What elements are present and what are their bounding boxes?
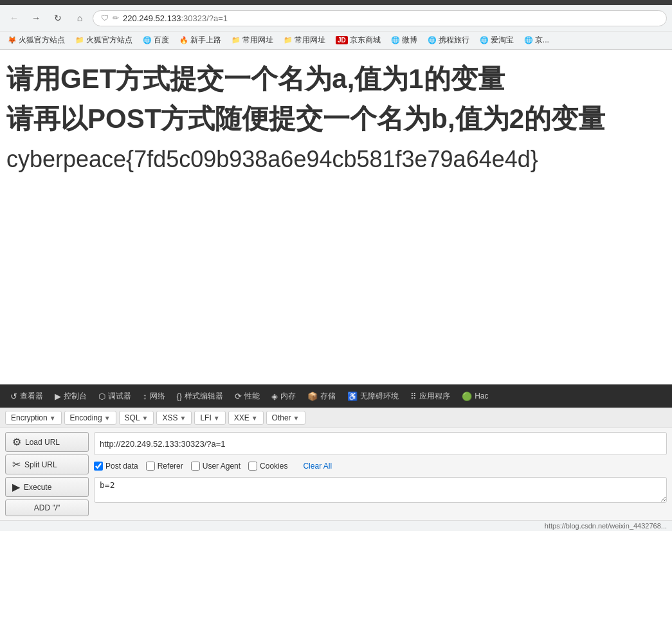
bookmark-huhu2[interactable]: 📁 火狐官方站点 (73, 33, 135, 47)
bookmark-common2[interactable]: 📁 常用网址 (281, 33, 328, 47)
bookmark-jingdong[interactable]: 🌐 京... (522, 33, 552, 47)
sql-label: SQL (125, 413, 140, 422)
execute-button[interactable]: ▶ Execute (5, 477, 89, 497)
encoding-dropdown[interactable]: Encoding ▼ (64, 411, 116, 425)
devtools-inspector[interactable]: ↺ 查看器 (5, 388, 48, 404)
referer-label: Referer (158, 462, 183, 471)
encryption-arrow: ▼ (50, 415, 56, 422)
bookmark-huhu1[interactable]: 🦊 火狐官方站点 (5, 33, 68, 47)
bookmark-label: 常用网址 (295, 35, 325, 46)
bookmark-taobao[interactable]: 🌐 爱淘宝 (477, 33, 516, 47)
xxe-label: XXE (234, 413, 250, 422)
bookmark-icon: 🌐 (391, 36, 400, 44)
post-data-checkbox-label[interactable]: Post data (94, 462, 138, 471)
browser-titlebar (0, 0, 672, 5)
devtools-applications[interactable]: ⠿ 应用程序 (405, 388, 455, 404)
devtools-bar: ↺ 查看器 ▶ 控制台 ⬡ 调试器 ↕ 网络 {} 样式编辑器 ⟳ 性能 ◈ 内… (0, 384, 672, 408)
user-agent-checkbox[interactable] (191, 462, 200, 471)
add-slash-label: ADD "/" (34, 503, 60, 512)
devtools-storage-label: 存储 (320, 391, 336, 402)
lfi-dropdown[interactable]: LFI ▼ (194, 411, 225, 425)
url-input[interactable] (94, 432, 667, 455)
devtools-hackbar-label: Hac (475, 392, 488, 401)
bookmark-label: 携程旅行 (439, 35, 469, 46)
back-button[interactable]: ← (5, 9, 23, 27)
bookmark-icon: 🔥 (179, 36, 188, 44)
browser-toolbar: ← → ↻ ⌂ 🛡 ✏ 220.249.52.133:30323/?a=1 (0, 5, 672, 32)
devtools-memory-label: 内存 (280, 391, 296, 402)
xss-dropdown[interactable]: XSS ▼ (156, 411, 192, 425)
devtools-storage[interactable]: 📦 存储 (302, 388, 341, 404)
checkboxes-row: Post data Referer User Agent Cookies Cle… (94, 459, 667, 473)
address-domain: 220.249.52.133 (123, 14, 181, 23)
performance-icon: ⟳ (235, 392, 242, 401)
devtools-inspector-label: 查看器 (20, 391, 43, 402)
split-url-label: Split URL (24, 460, 57, 469)
address-bar[interactable]: 🛡 ✏ 220.249.52.133:30323/?a=1 (93, 10, 667, 26)
encryption-dropdown[interactable]: Encryption ▼ (5, 411, 62, 425)
sql-dropdown[interactable]: SQL ▼ (119, 411, 154, 425)
bookmark-icon: JD (336, 36, 348, 44)
devtools-network[interactable]: ↕ 网络 (138, 388, 170, 404)
devtools-style-editor[interactable]: {} 样式编辑器 (172, 388, 229, 404)
user-agent-checkbox-label[interactable]: User Agent (191, 462, 241, 471)
bookmark-label: 常用网址 (242, 35, 273, 46)
devtools-performance-label: 性能 (244, 391, 260, 402)
bookmark-icon: 🌐 (480, 36, 489, 44)
post-data-label: Post data (105, 462, 138, 471)
post-data-input[interactable] (94, 477, 667, 503)
devtools-hackbar[interactable]: 🟢 Hac (457, 389, 493, 404)
referer-checkbox[interactable] (146, 462, 155, 471)
xss-arrow: ▼ (180, 415, 186, 422)
xxe-arrow: ▼ (251, 415, 258, 422)
hackbar-icon: 🟢 (462, 392, 472, 401)
devtools-console[interactable]: ▶ 控制台 (50, 388, 92, 404)
devtools-style-editor-label: 样式编辑器 (185, 391, 223, 402)
bookmark-label: 火狐官方站点 (86, 35, 132, 46)
split-url-button[interactable]: ✂ Split URL (5, 455, 89, 474)
devtools-console-label: 控制台 (64, 391, 87, 402)
content-flag: cyberpeace{7fd5c09b938a6e94cb581f3e79a64… (6, 146, 666, 173)
add-slash-button[interactable]: ADD "/" (5, 500, 89, 516)
devtools-debugger[interactable]: ⬡ 调试器 (93, 388, 136, 404)
inspector-icon: ↺ (10, 392, 17, 401)
status-url: https://blog.csdn.net/weixin_4432768... (545, 522, 667, 530)
bookmark-common1[interactable]: 📁 常用网址 (229, 33, 276, 47)
devtools-memory[interactable]: ◈ 内存 (266, 388, 301, 404)
bookmark-icon: 🦊 (8, 36, 17, 44)
referer-checkbox-label[interactable]: Referer (146, 462, 183, 471)
cookies-checkbox-label[interactable]: Cookies (248, 462, 287, 471)
bookmark-baidu[interactable]: 🌐 百度 (140, 33, 172, 47)
hackbar-panel: Encryption ▼ Encoding ▼ SQL ▼ XSS ▼ LFI … (0, 408, 672, 520)
bookmark-icon: 📁 (75, 36, 84, 44)
post-data-checkbox[interactable] (94, 462, 103, 471)
hackbar-buttons: ⚙ Load URL ✂ Split URL ▶ Execute ADD "/" (5, 432, 89, 516)
encoding-label: Encoding (70, 413, 102, 422)
applications-icon: ⠿ (410, 392, 417, 401)
devtools-debugger-label: 调试器 (108, 391, 131, 402)
reload-button[interactable]: ↻ (49, 9, 67, 27)
devtools-accessibility[interactable]: ♿ 无障碍环境 (342, 388, 404, 404)
other-dropdown[interactable]: Other ▼ (266, 411, 305, 425)
cookies-checkbox[interactable] (248, 462, 257, 471)
load-url-button[interactable]: ⚙ Load URL (5, 432, 89, 452)
bookmark-newbie[interactable]: 🔥 新手上路 (177, 33, 224, 47)
address-path: :30323/?a=1 (181, 14, 228, 23)
bookmark-jd[interactable]: JD 京东商城 (333, 33, 383, 47)
forward-button[interactable]: → (27, 9, 45, 27)
bookmarks-bar: 🦊 火狐官方站点 📁 火狐官方站点 🌐 百度 🔥 新手上路 📁 常用网址 📁 常… (0, 32, 672, 50)
devtools-performance[interactable]: ⟳ 性能 (230, 388, 265, 404)
home-button[interactable]: ⌂ (71, 9, 89, 27)
cookies-label: Cookies (260, 462, 287, 471)
encryption-label: Encryption (11, 413, 48, 422)
xxe-dropdown[interactable]: XXE ▼ (228, 411, 264, 425)
memory-icon: ◈ (271, 392, 278, 401)
console-icon: ▶ (55, 392, 61, 401)
execute-label: Execute (24, 483, 51, 492)
bookmark-label: 新手上路 (190, 35, 221, 46)
clear-all-button[interactable]: Clear All (300, 462, 334, 471)
devtools-network-label: 网络 (150, 391, 165, 402)
bookmark-ctrip[interactable]: 🌐 携程旅行 (425, 33, 472, 47)
encoding-arrow: ▼ (104, 415, 111, 422)
bookmark-weibo[interactable]: 🌐 微博 (388, 33, 420, 47)
